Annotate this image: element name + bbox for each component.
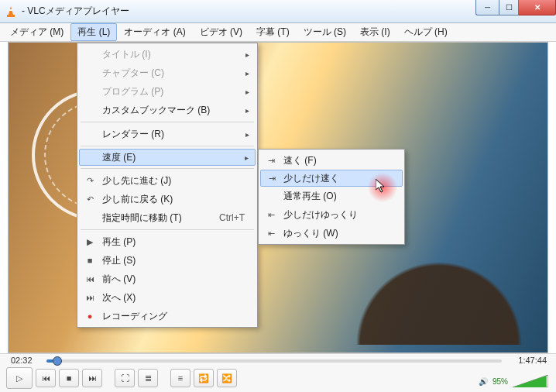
record-icon: ● xyxy=(84,311,96,321)
play-button[interactable]: ▷ xyxy=(6,367,33,389)
speed-fine-faster[interactable]: ⇥少しだけ速く xyxy=(260,170,403,187)
time-elapsed[interactable]: 02:32 xyxy=(11,356,33,365)
speed-faster[interactable]: ⇥速く (F) xyxy=(260,151,403,170)
slower-icon: ⇤ xyxy=(265,229,277,239)
menu-video[interactable]: ビデオ (V) xyxy=(193,23,249,41)
volume-slider[interactable] xyxy=(513,375,548,387)
speed-slower[interactable]: ⇤ゆっくり (W) xyxy=(260,224,403,242)
seek-knob[interactable] xyxy=(53,356,62,366)
minimize-button[interactable]: ─ xyxy=(475,0,499,15)
window-titlebar: - VLCメディアプレイヤー ─ ☐ ✕ xyxy=(0,0,556,23)
seek-slider[interactable] xyxy=(46,357,502,365)
time-total[interactable]: 1:47:44 xyxy=(518,356,547,365)
stop-icon: ■ xyxy=(84,256,96,265)
speed-submenu-dropdown: ⇥速く (F) ⇥少しだけ速く 通常再生 (O) ⇤少しだけゆっくり ⇤ゆっくり… xyxy=(258,149,405,245)
slower-icon: ⇤ xyxy=(265,210,277,220)
menu-separator xyxy=(81,229,254,230)
menu-renderer[interactable]: レンダラー (R)▸ xyxy=(79,125,256,143)
submenu-arrow-icon: ▸ xyxy=(245,153,249,162)
submenu-arrow-icon: ▸ xyxy=(245,106,249,115)
window-title: - VLCメディアプレイヤー xyxy=(22,5,129,18)
volume-percent-label: 95% xyxy=(493,377,508,386)
menubar: メディア (M) 再生 (L) オーディオ (A) ビデオ (V) 字幕 (T)… xyxy=(0,23,556,42)
shuffle-button[interactable]: 🔀 xyxy=(217,369,237,387)
vlc-icon xyxy=(5,5,17,18)
menu-stop[interactable]: ■停止 (S) xyxy=(79,251,256,270)
jump-backward-icon: ↶ xyxy=(84,194,96,205)
extended-settings-button[interactable]: ≣ xyxy=(138,369,158,387)
next-icon: ⏭ xyxy=(84,293,96,302)
speed-normal[interactable]: 通常再生 (O) xyxy=(260,187,403,205)
volume-control[interactable]: 🔊 95% xyxy=(479,375,548,387)
stop-button[interactable]: ■ xyxy=(59,369,79,387)
controls-bar: 02:32 1:47:44 ▷ ⏮ ■ ⏭ ⛶ ≣ ≡ 🔁 🔀 🔊 95% xyxy=(0,353,556,392)
menu-title[interactable]: タイトル (I)▸ xyxy=(79,45,256,64)
prev-button[interactable]: ⏮ xyxy=(36,369,56,387)
maximize-button[interactable]: ☐ xyxy=(499,0,519,15)
next-button[interactable]: ⏭ xyxy=(82,369,102,387)
menu-view[interactable]: 表示 (I) xyxy=(353,23,397,41)
menu-audio[interactable]: オーディオ (A) xyxy=(117,23,192,41)
close-button[interactable]: ✕ xyxy=(519,0,556,15)
loop-button[interactable]: 🔁 xyxy=(194,369,214,387)
menu-playback[interactable]: 再生 (L) xyxy=(70,23,117,41)
menu-separator xyxy=(81,146,254,146)
submenu-arrow-icon: ▸ xyxy=(245,50,249,59)
playlist-button[interactable]: ≡ xyxy=(170,369,190,387)
menu-bookmarks[interactable]: カスタムブックマーク (B)▸ xyxy=(79,101,256,119)
menu-jump-forward[interactable]: ↷少し先に進む (J) xyxy=(79,171,256,190)
prev-icon: ⏮ xyxy=(84,274,96,284)
speed-fine-slower[interactable]: ⇤少しだけゆっくり xyxy=(260,205,403,224)
submenu-arrow-icon: ▸ xyxy=(245,130,249,139)
speaker-icon[interactable]: 🔊 xyxy=(479,377,488,386)
menu-next[interactable]: ⏭次へ (X) xyxy=(79,288,256,307)
submenu-arrow-icon: ▸ xyxy=(245,88,249,96)
menu-speed[interactable]: 速度 (E)▸ xyxy=(79,149,256,166)
shortcut-label: Ctrl+T xyxy=(219,212,245,223)
jump-forward-icon: ↷ xyxy=(84,176,96,186)
menu-record[interactable]: ●レコーディング xyxy=(79,307,256,325)
menu-chapter[interactable]: チャプター (C)▸ xyxy=(79,64,256,82)
menu-program[interactable]: プログラム (P)▸ xyxy=(79,82,256,101)
menu-subtitle[interactable]: 字幕 (T) xyxy=(249,23,297,41)
faster-icon: ⇥ xyxy=(265,156,277,166)
menu-tools[interactable]: ツール (S) xyxy=(297,23,353,41)
svg-rect-1 xyxy=(7,15,15,17)
menu-prev[interactable]: ⏮前へ (V) xyxy=(79,270,256,288)
menu-play[interactable]: ▶再生 (P) xyxy=(79,232,256,251)
menu-separator xyxy=(81,122,254,122)
menu-jump-backward[interactable]: ↶少し前に戻る (K) xyxy=(79,190,256,208)
transport-buttons: ▷ ⏮ ■ ⏭ ⛶ ≣ ≡ 🔁 🔀 xyxy=(6,367,237,389)
faster-icon: ⇥ xyxy=(266,174,278,184)
menu-separator xyxy=(81,168,254,169)
menu-goto-time[interactable]: 指定時間に移動 (T)Ctrl+T xyxy=(79,208,256,227)
menu-help[interactable]: ヘルプ (H) xyxy=(397,23,455,41)
playback-menu-dropdown: タイトル (I)▸ チャプター (C)▸ プログラム (P)▸ カスタムブックマ… xyxy=(77,43,258,328)
play-icon: ▶ xyxy=(84,237,96,247)
svg-rect-2 xyxy=(9,9,12,11)
fullscreen-button[interactable]: ⛶ xyxy=(115,369,135,387)
submenu-arrow-icon: ▸ xyxy=(245,69,249,77)
window-buttons: ─ ☐ ✕ xyxy=(475,0,556,15)
menu-media[interactable]: メディア (M) xyxy=(3,23,70,41)
